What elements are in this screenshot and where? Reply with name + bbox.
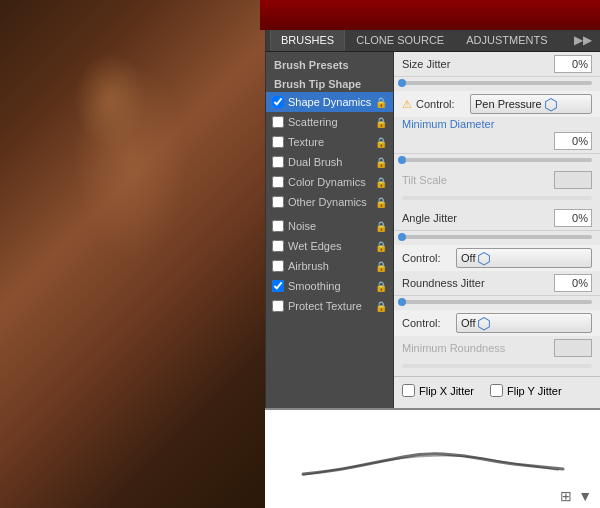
angle-control-arrow: ⬡ [477, 249, 491, 268]
angle-control-value: Off [461, 252, 475, 264]
roundness-jitter-row: Roundness Jitter 0% [394, 271, 600, 296]
sidebar-label-other-dynamics: Other Dynamics [288, 196, 367, 208]
min-diameter-slider[interactable] [402, 158, 592, 162]
sidebar-label-texture: Texture [288, 136, 324, 148]
size-jitter-thumb[interactable] [398, 79, 406, 87]
pen-pressure-value: Pen Pressure [475, 98, 542, 110]
tabs-bar: BRUSHES CLONE SOURCE ADJUSTMENTS ▶▶ [266, 28, 600, 52]
airbrush-checkbox[interactable] [272, 260, 284, 272]
pen-pressure-select[interactable]: Pen Pressure ⬡ [470, 94, 592, 114]
roundness-jitter-slider-row [394, 296, 600, 310]
sidebar-label-shape-dynamics: Shape Dynamics [288, 96, 371, 108]
size-jitter-value[interactable]: 0% [554, 55, 592, 73]
dual-brush-checkbox[interactable] [272, 156, 284, 168]
sidebar-label-smoothing: Smoothing [288, 280, 341, 292]
lock-icon-0: 🔒 [375, 97, 387, 108]
sidebar-item-airbrush[interactable]: Airbrush 🔒 [266, 256, 393, 276]
sidebar-item-noise[interactable]: Noise 🔒 [266, 216, 393, 236]
sidebar-item-wet-edges[interactable]: Wet Edges 🔒 [266, 236, 393, 256]
tab-brushes[interactable]: BRUSHES [270, 29, 345, 51]
size-jitter-slider[interactable] [402, 81, 592, 85]
tilt-scale-slider-row [394, 192, 600, 206]
sidebar-item-color-dynamics[interactable]: Color Dynamics 🔒 [266, 172, 393, 192]
flip-x-label: Flip X Jitter [419, 385, 474, 397]
control-pen-label: Control: [416, 98, 464, 110]
preview-icons: ⊞ ▼ [560, 488, 592, 504]
sidebar-item-dual-brush[interactable]: Dual Brush 🔒 [266, 152, 393, 172]
sidebar-item-scattering[interactable]: Scattering 🔒 [266, 112, 393, 132]
scattering-checkbox[interactable] [272, 116, 284, 128]
sidebar-item-smoothing[interactable]: Smoothing 🔒 [266, 276, 393, 296]
roundness-control-select-wrapper: Off ⬡ [456, 313, 592, 333]
divider [394, 376, 600, 377]
angle-jitter-row: Angle Jitter 0% [394, 206, 600, 231]
flip-x-checkbox[interactable] [402, 384, 415, 397]
flip-y-label: Flip Y Jitter [507, 385, 562, 397]
smoothing-checkbox[interactable] [272, 280, 284, 292]
control-angle-label: Control: [402, 252, 450, 264]
sidebar-label-dual-brush: Dual Brush [288, 156, 342, 168]
wet-edges-checkbox[interactable] [272, 240, 284, 252]
roundness-control-select[interactable]: Off ⬡ [456, 313, 592, 333]
tilt-scale-slider [402, 196, 592, 200]
tab-arrows[interactable]: ▶▶ [570, 33, 596, 47]
brush-tip-header: Brush Tip Shape [266, 74, 393, 92]
noise-checkbox[interactable] [272, 220, 284, 232]
sidebar-label-airbrush: Airbrush [288, 260, 329, 272]
other-dynamics-checkbox[interactable] [272, 196, 284, 208]
angle-jitter-slider-row [394, 231, 600, 245]
min-diameter-thumb[interactable] [398, 156, 406, 164]
tilt-scale-label: Tilt Scale [402, 174, 554, 186]
pen-pressure-arrow: ⬡ [544, 95, 558, 114]
person-silhouette [0, 0, 265, 508]
roundness-jitter-thumb[interactable] [398, 298, 406, 306]
lock-icon-10: 🔒 [375, 301, 387, 312]
resize-icon[interactable]: ⊞ [560, 488, 572, 504]
control-roundness-label: Control: [402, 317, 450, 329]
lock-icon-9: 🔒 [375, 281, 387, 292]
sidebar-label-color-dynamics: Color Dynamics [288, 176, 366, 188]
protect-texture-checkbox[interactable] [272, 300, 284, 312]
sidebar-item-other-dynamics[interactable]: Other Dynamics 🔒 [266, 192, 393, 212]
angle-jitter-slider[interactable] [402, 235, 592, 239]
shape-dynamics-checkbox[interactable] [272, 96, 284, 108]
min-diameter-row: 0% [394, 129, 600, 154]
roundness-jitter-slider[interactable] [402, 300, 592, 304]
size-jitter-row: Size Jitter 0% [394, 52, 600, 77]
flip-x-item: Flip X Jitter [402, 384, 474, 397]
roundness-jitter-label: Roundness Jitter [402, 277, 554, 289]
sidebar-item-protect-texture[interactable]: Protect Texture 🔒 [266, 296, 393, 316]
red-corner-decoration [260, 0, 600, 30]
collapse-icon[interactable]: ▼ [578, 488, 592, 504]
sidebar-label-scattering: Scattering [288, 116, 338, 128]
roundness-jitter-value[interactable]: 0% [554, 274, 592, 292]
control-pen-pressure-row: ⚠ Control: Pen Pressure ⬡ [394, 91, 600, 117]
sidebar-label-protect-texture: Protect Texture [288, 300, 362, 312]
control-angle-row: Control: Off ⬡ [394, 245, 600, 271]
tab-adjustments[interactable]: ADJUSTMENTS [455, 29, 558, 51]
angle-control-select[interactable]: Off ⬡ [456, 248, 592, 268]
tab-clone-source[interactable]: CLONE SOURCE [345, 29, 455, 51]
min-roundness-row: Minimum Roundness [394, 336, 600, 360]
lock-icon-4: 🔒 [375, 177, 387, 188]
texture-checkbox[interactable] [272, 136, 284, 148]
lock-icon-6: 🔒 [375, 221, 387, 232]
angle-jitter-thumb[interactable] [398, 233, 406, 241]
brush-presets-header: Brush Presets [266, 56, 393, 74]
flip-row: Flip X Jitter Flip Y Jitter [394, 379, 600, 402]
flip-y-checkbox[interactable] [490, 384, 503, 397]
min-roundness-input [554, 339, 592, 357]
flip-y-item: Flip Y Jitter [490, 384, 562, 397]
min-diameter-value[interactable]: 0% [554, 132, 592, 150]
angle-jitter-value[interactable]: 0% [554, 209, 592, 227]
min-roundness-slider [402, 364, 592, 368]
sidebar-item-texture[interactable]: Texture 🔒 [266, 132, 393, 152]
brush-stroke-preview [293, 429, 573, 489]
size-jitter-slider-row [394, 77, 600, 91]
lock-icon-1: 🔒 [375, 117, 387, 128]
color-dynamics-checkbox[interactable] [272, 176, 284, 188]
lock-icon-8: 🔒 [375, 261, 387, 272]
brush-preview-panel: ⊞ ▼ [265, 408, 600, 508]
lock-icon-5: 🔒 [375, 197, 387, 208]
sidebar-item-shape-dynamics[interactable]: Shape Dynamics 🔒 [266, 92, 393, 112]
